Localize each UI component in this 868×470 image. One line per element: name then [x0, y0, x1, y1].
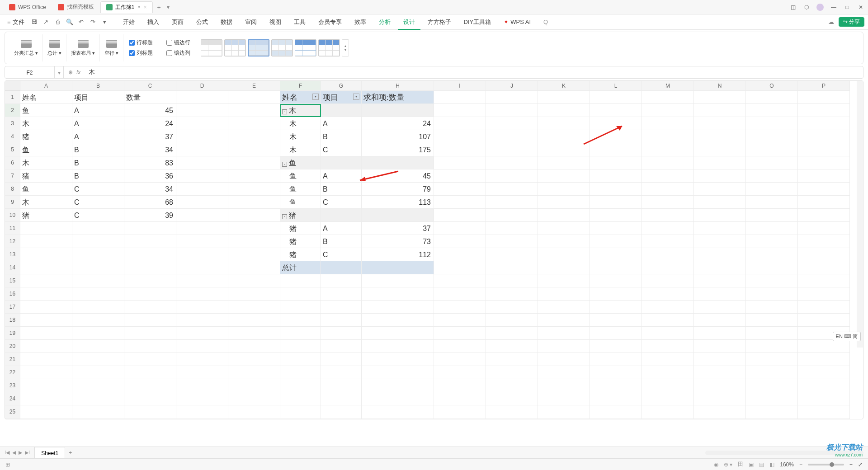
cell-F22[interactable]	[280, 366, 321, 379]
cell-L14[interactable]	[590, 261, 642, 274]
cell-I24[interactable]	[434, 392, 486, 405]
cell-D16[interactable]	[176, 287, 228, 301]
tab-tools[interactable]: 工具	[288, 14, 311, 30]
cell-B15[interactable]	[72, 274, 124, 287]
cell-A23[interactable]	[20, 379, 72, 392]
cell-F26[interactable]	[280, 418, 321, 419]
cell-C1[interactable]: 数量	[124, 91, 176, 104]
row-header-21[interactable]: 21	[5, 353, 20, 366]
tab-design[interactable]: 设计	[398, 14, 420, 30]
tab-insert[interactable]: 插入	[142, 14, 165, 30]
chk-band-col[interactable]: 镶边列	[166, 49, 190, 57]
cell-J26[interactable]	[486, 418, 538, 419]
cell-P13[interactable]	[798, 248, 850, 261]
style-swatch-2[interactable]	[224, 39, 246, 56]
cell-B6[interactable]: B	[72, 156, 124, 169]
cell-O10[interactable]	[746, 209, 798, 222]
cell-L1[interactable]	[590, 91, 642, 104]
print-icon[interactable]: ⎙	[54, 19, 61, 26]
cell-I21[interactable]	[434, 353, 486, 366]
cell-C4[interactable]: 37	[124, 130, 176, 143]
cell-M1[interactable]	[642, 91, 694, 104]
cell-F12[interactable]: 猪	[280, 235, 321, 248]
cell-E17[interactable]	[228, 301, 280, 314]
tab-formula[interactable]: 公式	[191, 14, 213, 30]
styles-more-button[interactable]: ▴▾	[342, 39, 349, 56]
cell-K2[interactable]	[538, 104, 590, 117]
cell-H17[interactable]	[362, 301, 434, 314]
cell-H6[interactable]	[362, 156, 434, 169]
cell-L18[interactable]	[590, 314, 642, 327]
cell-A8[interactable]: 鱼	[20, 183, 72, 196]
cell-I17[interactable]	[434, 301, 486, 314]
row-header-4[interactable]: 4	[5, 130, 20, 143]
add-sheet-button[interactable]: +	[69, 450, 72, 456]
cell-G3[interactable]: A	[321, 117, 362, 130]
cell-H13[interactable]: 112	[362, 248, 434, 261]
cell-A20[interactable]	[20, 340, 72, 353]
cell-H15[interactable]	[362, 274, 434, 287]
cell-N24[interactable]	[694, 392, 746, 405]
cell-P3[interactable]	[798, 117, 850, 130]
cell-A22[interactable]	[20, 366, 72, 379]
cell-D10[interactable]	[176, 209, 228, 222]
cell-O20[interactable]	[746, 340, 798, 353]
cell-D21[interactable]	[176, 353, 228, 366]
cell-K8[interactable]	[538, 183, 590, 196]
cell-K21[interactable]	[538, 353, 590, 366]
cell-D8[interactable]	[176, 183, 228, 196]
cell-P14[interactable]	[798, 261, 850, 274]
cell-D1[interactable]	[176, 91, 228, 104]
cell-A2[interactable]: 鱼	[20, 104, 72, 117]
cell-M25[interactable]	[642, 405, 694, 418]
cell-E8[interactable]	[228, 183, 280, 196]
cell-I7[interactable]	[434, 169, 486, 183]
cell-A10[interactable]: 猪	[20, 209, 72, 222]
cell-I23[interactable]	[434, 379, 486, 392]
minimize-icon[interactable]: —	[830, 4, 837, 11]
cell-G19[interactable]	[321, 327, 362, 340]
cell-K1[interactable]	[538, 91, 590, 104]
cell-E10[interactable]	[228, 209, 280, 222]
col-header-H[interactable]: H	[362, 81, 434, 91]
cell-E19[interactable]	[228, 327, 280, 340]
col-header-I[interactable]: I	[434, 81, 486, 91]
cell-O2[interactable]	[746, 104, 798, 117]
cell-K6[interactable]	[538, 156, 590, 169]
tab-search[interactable]: Q	[538, 14, 553, 30]
cell-O12[interactable]	[746, 235, 798, 248]
cell-K25[interactable]	[538, 405, 590, 418]
view-target-icon[interactable]: ⊕ ▾	[724, 461, 732, 468]
row-header-19[interactable]: 19	[5, 327, 20, 340]
cell-G7[interactable]: A	[321, 169, 362, 183]
cell-N10[interactable]	[694, 209, 746, 222]
cell-K16[interactable]	[538, 287, 590, 301]
cell-P18[interactable]	[798, 314, 850, 327]
row-header-16[interactable]: 16	[5, 287, 20, 301]
cell-K5[interactable]	[538, 143, 590, 156]
cell-P5[interactable]	[798, 143, 850, 156]
prev-sheet-icon[interactable]: ◀	[12, 450, 16, 456]
cell-C8[interactable]: 34	[124, 183, 176, 196]
cell-M7[interactable]	[642, 169, 694, 183]
cell-J19[interactable]	[486, 327, 538, 340]
row-header-14[interactable]: 14	[5, 261, 20, 274]
cell-B2[interactable]: A	[72, 104, 124, 117]
cell-H21[interactable]	[362, 353, 434, 366]
cell-D5[interactable]	[176, 143, 228, 156]
cell-L15[interactable]	[590, 274, 642, 287]
cell-B1[interactable]: 项目	[72, 91, 124, 104]
cell-I20[interactable]	[434, 340, 486, 353]
cell-A13[interactable]	[20, 248, 72, 261]
export-icon[interactable]: ↗	[42, 19, 50, 26]
col-header-G[interactable]: G	[321, 81, 362, 91]
cell-L10[interactable]	[590, 209, 642, 222]
cell-E20[interactable]	[228, 340, 280, 353]
cell-E1[interactable]	[228, 91, 280, 104]
cell-K19[interactable]	[538, 327, 590, 340]
cell-A19[interactable]	[20, 327, 72, 340]
col-header-L[interactable]: L	[590, 81, 642, 91]
cell-N12[interactable]	[694, 235, 746, 248]
cell-I18[interactable]	[434, 314, 486, 327]
cell-L8[interactable]	[590, 183, 642, 196]
